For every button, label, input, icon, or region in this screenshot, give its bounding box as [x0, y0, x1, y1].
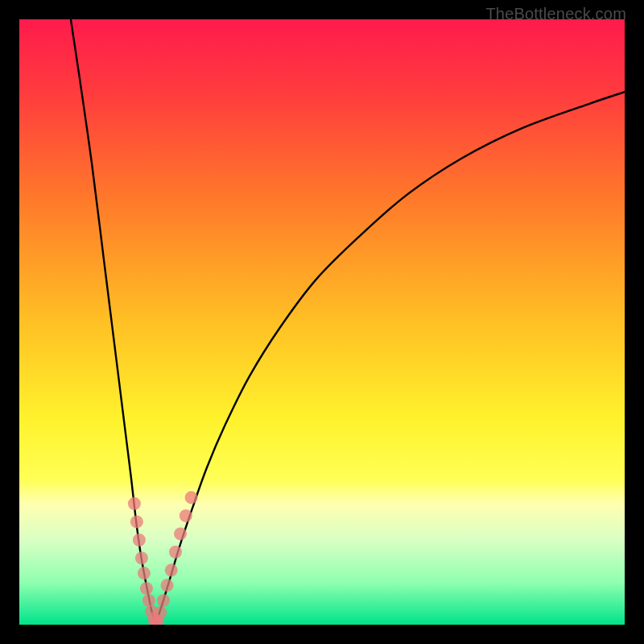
marker-dot — [157, 594, 170, 607]
plot-area — [19, 19, 625, 625]
marker-dot — [174, 527, 187, 540]
marker-dot — [128, 497, 141, 510]
chart-svg — [19, 19, 625, 625]
marker-dot — [154, 606, 167, 619]
marker-dot — [133, 534, 146, 547]
marker-dot — [135, 551, 148, 564]
marker-dot — [185, 491, 198, 504]
marker-dot — [180, 510, 192, 522]
marker-dot — [138, 567, 151, 580]
marker-dot — [140, 582, 153, 595]
marker-dot — [130, 515, 143, 528]
marker-dot — [160, 579, 173, 592]
chart-background — [19, 19, 625, 625]
marker-dot — [142, 594, 155, 607]
chart-frame: TheBottleneck.com — [0, 0, 644, 644]
marker-dot — [165, 564, 178, 576]
marker-dot — [169, 546, 182, 559]
